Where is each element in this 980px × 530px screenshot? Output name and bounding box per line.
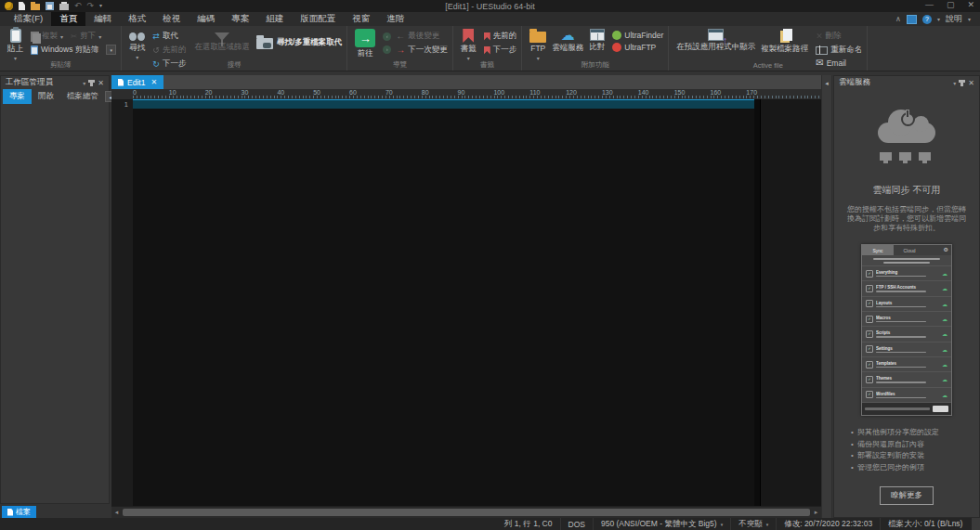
last-change-button[interactable]: ←最後變更 <box>396 31 448 42</box>
copy-button[interactable]: 複製▾ <box>31 31 63 42</box>
copy-file-path-button[interactable]: 複製檔案路徑 <box>758 28 811 54</box>
panel-menu-icon[interactable]: ▾ <box>83 80 85 86</box>
left-arrow-icon: ← <box>396 32 405 41</box>
sync-item: ✓ Scripts ☁ <box>862 326 951 341</box>
ftp-button[interactable]: FTP ▾ <box>527 28 549 62</box>
goto-button[interactable]: → 前往 <box>352 28 378 58</box>
scrollbar-thumb[interactable] <box>123 509 810 516</box>
sync-item: ✓ Macros ☁ <box>862 311 951 326</box>
group-label-search: 搜尋 <box>122 60 346 70</box>
tab-close-icon[interactable]: ✕ <box>150 78 157 86</box>
encoding-selector[interactable]: 950 (ANSI/OEM - 繁體中文 Big5)▾ <box>594 518 731 530</box>
group-label-navigate: 導覽 <box>347 60 452 70</box>
bookmark-button[interactable]: 書籤 ▾ <box>458 28 479 62</box>
panel-close-icon[interactable]: ✕ <box>98 79 104 87</box>
cursor-position[interactable]: 列 1, 行 1, C0 <box>497 518 561 530</box>
panel-menu-icon[interactable]: ▾ <box>953 80 956 86</box>
document-tab-edit1[interactable]: Edit1 ✕ <box>111 75 163 89</box>
benefit-item: 部署設定到新的安裝 <box>851 450 979 462</box>
group-label-bookmarks: 書籤 <box>453 60 522 70</box>
panel-close-icon[interactable]: ✕ <box>968 79 974 87</box>
menu-item[interactable]: 進階 <box>378 12 412 26</box>
pin-icon[interactable] <box>90 80 93 86</box>
cloud-status-icon: ☁ <box>942 270 947 277</box>
workspace-panel-body[interactable] <box>1 104 109 503</box>
workspace-tab[interactable]: 檔案總管 <box>60 89 105 104</box>
learn-more-button[interactable]: 瞭解更多 <box>880 486 934 505</box>
ribbon-group-search: 尋找 ▾ ⇄取代 ↺先前的 ↻下一步 在選取區域篩選 尋找/多重檔案取代 搜尋 <box>122 26 347 71</box>
ruler-number: 90 <box>458 89 494 99</box>
show-in-default-app-button[interactable]: 在預設應用程式中顯示 <box>673 28 758 52</box>
menu-item[interactable]: 編輯 <box>85 12 120 26</box>
secondary-pane[interactable] <box>760 99 821 506</box>
menubar-right: ∧ ? ▾ 說明 ▾ <box>895 13 980 25</box>
ultraftp-button[interactable]: UltraFTP <box>612 43 663 52</box>
pin-icon[interactable] <box>960 80 963 86</box>
cut-button[interactable]: ✂剪下▾ <box>71 31 101 42</box>
workspace-tab[interactable]: 開啟 <box>32 89 60 104</box>
highlight-selector[interactable]: 不突顯▾ <box>731 518 777 530</box>
cloud-services-button[interactable]: ☁ 雲端服務 <box>549 28 586 53</box>
cloud-sync-description: 您的授權不包括雲端同步，但當您轉換為訂閱計劃時，您可以新增雲端同步和享有特殊折扣… <box>834 205 979 233</box>
menu-item[interactable]: 檔案(F) <box>6 12 51 26</box>
mode-indicator[interactable]: 寫入 <box>972 518 980 530</box>
menu-item[interactable]: 視窗 <box>344 12 378 26</box>
checkbox-icon: ✓ <box>866 300 873 307</box>
cloud-benefits-list: 與其他例項分享您的設定備份與還原自訂內容部署設定到新的安裝管理您已同步的例項 <box>834 427 979 473</box>
line-format[interactable]: DOS <box>561 518 594 530</box>
replace-button[interactable]: ⇄取代 <box>152 31 186 42</box>
find-previous-button[interactable]: ↺先前的 <box>152 45 186 56</box>
windows-clipboard-button[interactable]: Windows 剪貼簿 <box>31 45 98 56</box>
compare-button[interactable]: 比對 <box>586 28 608 52</box>
ruler-number: 20 <box>205 89 242 99</box>
find-button[interactable]: 尋找 ▾ <box>126 28 148 61</box>
cloud-status-icon: ☁ <box>942 346 947 353</box>
menu-item[interactable]: 編碼 <box>189 12 223 26</box>
find-in-files-button[interactable]: 尋找/多重檔案取代 <box>256 28 342 49</box>
sync-item: ✓ Layouts ☁ <box>862 296 951 311</box>
collapse-panel-icon[interactable]: ◂ <box>822 80 831 87</box>
layout-icon[interactable] <box>907 15 917 24</box>
delete-file-button[interactable]: ✕刪除 <box>816 31 862 42</box>
menu-item[interactable]: 專案 <box>223 12 257 26</box>
previous-bookmark-button[interactable]: 先前的 <box>484 31 517 42</box>
forward-position-icon[interactable]: › <box>383 45 391 54</box>
rename-file-button[interactable]: 重新命名 <box>816 45 862 56</box>
text-editing-area[interactable] <box>133 99 754 506</box>
menu-item[interactable]: 格式 <box>120 12 154 26</box>
ribbon-group-bookmarks: 書籤 ▾ 先前的 下一步 書籤 <box>453 26 523 71</box>
sync-item: ✓ Everything ☁ <box>862 265 951 280</box>
close-button[interactable]: ✕ <box>967 0 974 10</box>
minimize-button[interactable]: — <box>925 0 934 10</box>
scroll-left-icon[interactable]: ◂ <box>111 509 122 516</box>
filter-selection-button[interactable]: 在選取區域篩選 <box>191 28 253 52</box>
replace-icon: ⇄ <box>152 32 160 41</box>
next-bookmark-button[interactable]: 下一步 <box>484 45 517 56</box>
horizontal-scrollbar[interactable]: ◂ ▸ <box>111 506 821 518</box>
menu-item[interactable]: 版面配置 <box>292 12 344 26</box>
panel-splitter[interactable]: ◂ <box>821 75 832 518</box>
editor-window: Edit1 ✕ 01020304050607080901001101201301… <box>111 75 821 518</box>
help-menu[interactable]: 說明 <box>946 13 962 25</box>
checkbox-icon: ✓ <box>866 376 873 383</box>
cloud-services-panel: 雲端服務 ▾ ✕ 雲端同步 不可用 您的授權不包括雲端同步，但當您轉換為訂閱計劃… <box>833 75 980 518</box>
menu-item[interactable]: 組建 <box>257 12 292 26</box>
menu-item[interactable]: 檢視 <box>154 12 189 26</box>
files-panel-tab[interactable]: 檔案 <box>2 506 36 518</box>
chevron-down-icon[interactable]: ▾ <box>937 16 940 22</box>
workspace-tab[interactable]: 專案 <box>3 89 32 104</box>
back-position-icon[interactable]: ‹ <box>383 32 391 41</box>
sync-item: ✓ Wordfiles ☁ <box>862 387 951 402</box>
next-change-button[interactable]: →下一次變更 <box>396 45 448 56</box>
paste-button[interactable]: 貼上 ▾ <box>5 28 26 62</box>
collapse-ribbon-icon[interactable]: ∧ <box>895 15 901 23</box>
ultrafinder-button[interactable]: UltraFinder <box>612 31 663 40</box>
clipboard-dropdown[interactable]: ▾ <box>106 45 116 55</box>
menu-item[interactable]: 首頁 <box>51 12 85 26</box>
help-icon[interactable]: ? <box>922 15 932 24</box>
maximize-button[interactable]: ▢ <box>947 0 955 10</box>
column-ruler: 0102030405060708090100110120130140150160… <box>111 89 821 99</box>
chevron-down-icon[interactable]: ▾ <box>968 16 971 22</box>
scroll-right-icon[interactable]: ▸ <box>811 509 821 516</box>
sync-preview-image: Sync Cloud ⚙ ✓ Everything ☁ ✓ FTP / SSH … <box>861 244 952 416</box>
